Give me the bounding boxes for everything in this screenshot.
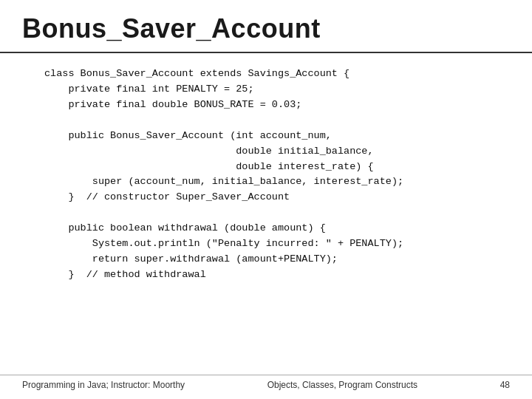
code-line-6: double initial_balance, [44,146,374,157]
code-line-14: } // method withdrawal [44,269,206,280]
code-line-7: double interest_rate) { [44,161,374,172]
code-line-1: class Bonus_Saver_Account extends Saving… [44,68,349,79]
content-area: class Bonus_Saver_Account extends Saving… [0,53,532,290]
footer: Programming in Java; Instructor: Moorthy… [0,375,532,390]
code-line-3: private final double BONUS_RATE = 0.03; [44,99,301,110]
footer-right: 48 [500,380,510,390]
slide-title: Bonus_Saver_Account [22,13,510,44]
code-block: class Bonus_Saver_Account extends Saving… [44,66,510,283]
code-line-2: private final int PENALTY = 25; [44,83,254,95]
code-line-5: public Bonus_Saver_Account (int account_… [44,130,332,141]
code-line-11: public boolean withdrawal (double amount… [44,222,326,233]
code-line-13: return super.withdrawal (amount+PENALTY)… [44,253,338,265]
slide: Bonus_Saver_Account class Bonus_Saver_Ac… [0,0,532,399]
code-line-8: super (account_num, initial_balance, int… [44,176,403,187]
code-line-9: } // constructor Super_Saver_Account [44,191,290,202]
code-line-12: System.out.println ("Penalty incurred: "… [44,238,403,249]
footer-center: Objects, Classes, Program Constructs [267,380,417,390]
footer-left: Programming in Java; Instructor: Moorthy [22,380,185,390]
title-area: Bonus_Saver_Account [0,0,532,53]
